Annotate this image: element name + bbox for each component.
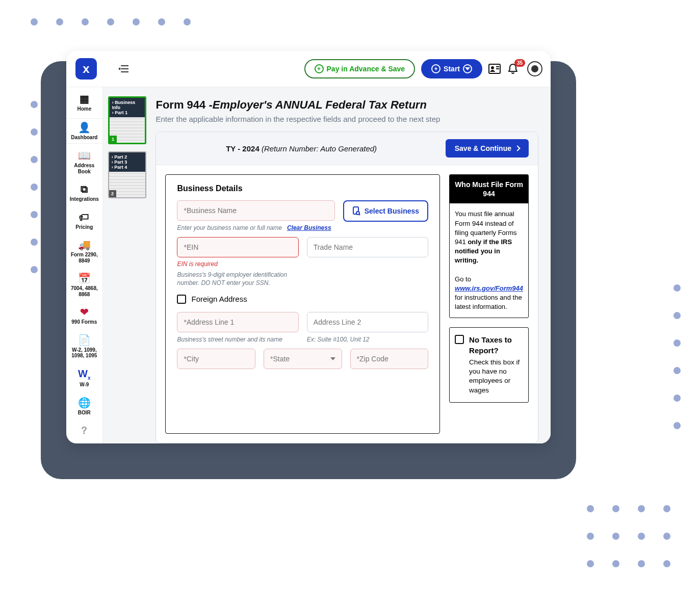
- page-thumbnails: › Business Info› Part 1 1 › Part 2› Part…: [103, 87, 152, 443]
- field-hint: Business's 9-digit employer identificati…: [177, 271, 298, 287]
- app-window: x + Pay in Advance & Save + Start 35 ▦Ho…: [66, 51, 551, 443]
- nav-label: W-9: [80, 382, 89, 388]
- nav-w2-1099[interactable]: 📄W-2, 1099, 1098, 1095: [66, 331, 102, 362]
- w-icon: Wx: [78, 368, 90, 381]
- form-card: TY - 2024 (Return Number: Auto Generated…: [155, 132, 538, 443]
- nav-help[interactable]: ？: [66, 422, 102, 439]
- button-label: Select Business: [365, 207, 419, 215]
- who-must-file-box: Who Must File Form 944 You must file ann…: [449, 174, 529, 318]
- checkbox-label: Foreign Address: [191, 295, 247, 303]
- notification-badge: 35: [514, 59, 525, 67]
- select-placeholder: *State: [270, 355, 290, 363]
- page-subtitle: Enter the applicable information in the …: [155, 115, 538, 123]
- select-business-button[interactable]: Select Business: [343, 200, 428, 222]
- nav-label: Integrations: [70, 196, 99, 202]
- nav-label: BOIR: [78, 410, 91, 416]
- foreign-address-checkbox[interactable]: [177, 295, 186, 304]
- chevron-down-circle-icon: [463, 64, 472, 73]
- help-box-body: You must file annual Form 944 instead of…: [450, 203, 528, 318]
- thumb-number: 1: [110, 136, 117, 143]
- page-title: Form 944 -Employer's ANNUAL Federal Tax …: [155, 98, 538, 112]
- person-icon: 👤: [78, 122, 91, 134]
- field-hint: Enter your business name or full name Cl…: [177, 224, 334, 232]
- pay-in-advance-button[interactable]: + Pay in Advance & Save: [304, 59, 416, 78]
- nav-boir[interactable]: 🌐BOIR: [66, 394, 102, 419]
- help-sidebar: Who Must File Form 944 You must file ann…: [449, 174, 529, 434]
- nav-label: 990 Forms: [71, 319, 97, 325]
- save-continue-button[interactable]: Save & Continue: [446, 139, 529, 157]
- address1-input[interactable]: [177, 312, 298, 332]
- decorative-dots: [664, 275, 685, 440]
- nav-address-book[interactable]: 📖Address Book: [66, 147, 102, 177]
- start-button[interactable]: + Start: [421, 59, 482, 78]
- home-icon: ▦: [80, 93, 89, 105]
- app-logo[interactable]: x: [75, 58, 97, 80]
- thumb-header: › Business Info› Part 1: [110, 98, 145, 117]
- zip-input[interactable]: [350, 349, 429, 369]
- help-box-title: Who Must File Form 944: [450, 175, 528, 203]
- heart-icon: ❤: [80, 306, 89, 318]
- irs-form944-link[interactable]: www.irs.gov/Form944: [455, 284, 523, 292]
- chevron-right-icon: [514, 145, 520, 151]
- calendar-icon: 📅: [78, 273, 91, 284]
- clear-business-link[interactable]: Clear Business: [287, 224, 331, 231]
- chevron-down-icon: [330, 357, 335, 360]
- button-label: Save & Continue: [455, 144, 511, 152]
- nav-label: 7004, 4868, 8868: [68, 285, 100, 297]
- nav-integrations[interactable]: ⧉Integrations: [66, 180, 102, 205]
- thumbnail-page-1[interactable]: › Business Info› Part 1 1: [108, 96, 147, 144]
- card-header: TY - 2024 (Return Number: Auto Generated…: [156, 132, 538, 165]
- city-input[interactable]: [177, 349, 255, 369]
- nav-home[interactable]: ▦Home: [66, 90, 102, 115]
- button-label: Start: [444, 65, 460, 73]
- tag-icon: 🏷: [79, 212, 89, 223]
- ein-error-text: EIN is required: [177, 260, 298, 268]
- nav-990[interactable]: ❤990 Forms: [66, 303, 102, 328]
- no-taxes-title: No Taxes to Report?: [469, 335, 523, 356]
- nav-label: Home: [77, 106, 91, 112]
- nav-label: Dashboard: [71, 135, 97, 141]
- nav-label: Pricing: [75, 224, 93, 230]
- field-hint: Business's street number and its name: [177, 335, 298, 344]
- address2-input[interactable]: [307, 312, 428, 332]
- section-heading: Business Details: [177, 184, 428, 193]
- topbar: x + Pay in Advance & Save + Start 35: [66, 51, 551, 87]
- decorative-dots: [21, 92, 42, 284]
- tax-year-label: TY - 2024 (Return Number: Auto Generated…: [165, 144, 437, 153]
- nav-pricing[interactable]: 🏷Pricing: [66, 208, 102, 233]
- nav-w9[interactable]: WxW-9: [66, 365, 102, 391]
- business-name-input[interactable]: [177, 200, 334, 221]
- decorative-dots: [527, 496, 680, 579]
- nav-dashboard[interactable]: 👤Dashboard: [66, 118, 102, 144]
- decorative-dots: [21, 9, 225, 37]
- main-area: › Business Info› Part 1 1 › Part 2› Part…: [103, 87, 551, 443]
- thumbnail-page-2[interactable]: › Part 2› Part 3› Part 4 2: [108, 151, 147, 198]
- field-hint: Ex: Suite #100, Unit 12: [307, 335, 428, 344]
- nav-label: Address Book: [68, 163, 100, 174]
- thumb-header: › Part 2› Part 3› Part 4: [109, 152, 146, 172]
- doc-icon: 📄: [78, 334, 91, 346]
- collapse-sidebar-button[interactable]: [118, 65, 128, 73]
- no-taxes-checkbox[interactable]: [455, 335, 464, 344]
- trade-name-input[interactable]: [307, 237, 428, 257]
- plus-circle-icon: +: [315, 64, 324, 73]
- account-button[interactable]: [527, 61, 540, 76]
- no-taxes-box: No Taxes to Report? Check this box if yo…: [449, 327, 529, 402]
- code-icon: ⧉: [81, 183, 88, 195]
- sidebar: ▦Home 👤Dashboard 📖Address Book ⧉Integrat…: [66, 87, 103, 443]
- book-icon: 📖: [78, 150, 91, 162]
- button-label: Pay in Advance & Save: [327, 65, 405, 73]
- ein-input[interactable]: [177, 237, 298, 257]
- nav-form-2290[interactable]: 🚚Form 2290, 8849: [66, 236, 102, 267]
- help-icon: ？: [79, 425, 89, 436]
- avatar-icon: [527, 61, 542, 76]
- nav-label: W-2, 1099, 1098, 1095: [68, 347, 100, 359]
- plus-circle-icon: +: [431, 64, 440, 73]
- nav-7004[interactable]: 📅7004, 4868, 8868: [66, 270, 102, 300]
- contact-card-icon[interactable]: [488, 64, 502, 74]
- card-body: Business Details Enter your business nam…: [156, 165, 538, 443]
- svg-point-1: [491, 66, 494, 69]
- content: Form 944 -Employer's ANNUAL Federal Tax …: [151, 87, 551, 443]
- state-select[interactable]: *State: [264, 349, 342, 369]
- notifications-button[interactable]: 35: [508, 63, 521, 74]
